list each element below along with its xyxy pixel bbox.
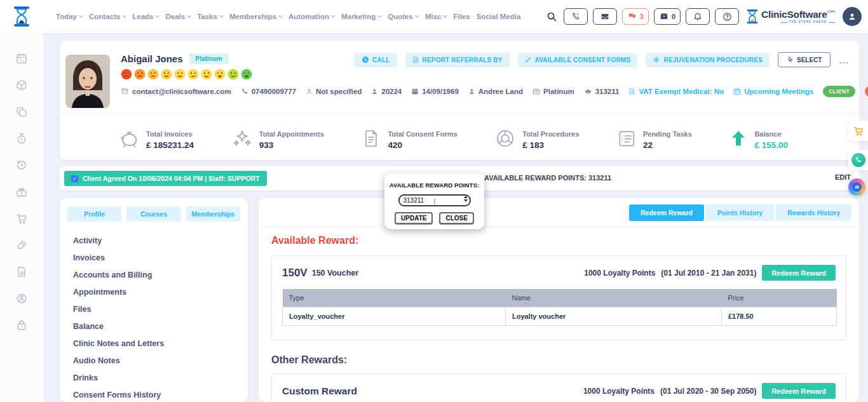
nav-leads[interactable]: Leads bbox=[132, 13, 159, 20]
hourglass-logo-icon bbox=[747, 9, 758, 24]
table-row[interactable]: Loyalty_voucher Loyalty voucher £178.50 bbox=[283, 307, 837, 325]
nav-tasks[interactable]: Tasks bbox=[197, 13, 223, 20]
menu-files[interactable]: Files bbox=[73, 300, 248, 318]
timer-icon[interactable] bbox=[15, 132, 28, 145]
redeem-reward-button[interactable]: Redeem Reward bbox=[762, 265, 836, 281]
report-chart-icon[interactable] bbox=[15, 265, 28, 278]
phone-icon bbox=[241, 88, 248, 95]
consent-forms-button[interactable]: AVAILABLE CONSENT FORMS bbox=[518, 53, 638, 67]
nav-memberships[interactable]: Memberships bbox=[229, 13, 282, 20]
chat-button[interactable]: 3 bbox=[622, 8, 649, 25]
nav-quotes[interactable]: Quotes bbox=[388, 13, 419, 20]
pos-drawer-button[interactable]: 0 bbox=[654, 8, 681, 25]
mood-5-icon[interactable] bbox=[174, 69, 186, 80]
brand-tagline: TEN STEPS AHEAD bbox=[761, 21, 835, 24]
tab-memberships[interactable]: Memberships bbox=[186, 206, 240, 222]
upcoming-meetings-link[interactable]: Upcoming Meetings bbox=[733, 88, 813, 95]
menu-drinks[interactable]: Drinks bbox=[73, 369, 248, 386]
nav-deals[interactable]: Deals bbox=[165, 13, 191, 20]
mood-9-icon[interactable] bbox=[227, 69, 239, 80]
brush-icon[interactable] bbox=[15, 239, 28, 251]
nav-automation[interactable]: Automation bbox=[288, 13, 335, 20]
mood-2-icon[interactable] bbox=[134, 69, 146, 80]
inbox-button[interactable] bbox=[593, 8, 617, 25]
nav-misc[interactable]: Misc bbox=[425, 13, 447, 20]
mood-1-icon[interactable] bbox=[121, 69, 132, 80]
mood-6-icon[interactable] bbox=[187, 69, 199, 80]
menu-audio-notes[interactable]: Audio Notes bbox=[73, 352, 248, 369]
brand-logo[interactable]: ClinicSoftwarecom TEN STEPS AHEAD bbox=[747, 9, 835, 24]
user-clock-icon[interactable] bbox=[15, 292, 28, 305]
nav-contacts[interactable]: Contacts bbox=[89, 13, 126, 20]
cart-icon bbox=[853, 125, 864, 137]
client-photo[interactable] bbox=[65, 55, 110, 108]
tab-redeem-reward[interactable]: Redeem Reward bbox=[629, 204, 704, 221]
notifications-button[interactable] bbox=[686, 8, 710, 25]
whatsapp-float-button[interactable] bbox=[848, 150, 868, 170]
report-referrals-button[interactable]: REPORT REFERRALS BY bbox=[405, 53, 510, 67]
lock-icon[interactable] bbox=[15, 319, 28, 332]
chevron-down-icon bbox=[219, 13, 224, 18]
tab-courses[interactable]: Courses bbox=[126, 206, 180, 222]
stat-pending-tasks: Pending Tasks22 bbox=[616, 128, 692, 150]
cell-name: Loyalty voucher bbox=[505, 307, 721, 325]
vat-status-link[interactable]: VAT Exempt Medical: No bbox=[628, 88, 724, 95]
chat-bubbles-icon bbox=[627, 12, 637, 21]
mood-4-icon[interactable] bbox=[161, 69, 172, 80]
sparkles-icon bbox=[231, 128, 253, 149]
label-client[interactable]: CLIENT bbox=[823, 86, 855, 97]
menu-activity[interactable]: Activity bbox=[73, 232, 248, 249]
mood-10-icon[interactable] bbox=[241, 69, 252, 80]
redeem-reward-button[interactable]: Redeem Reward bbox=[762, 383, 836, 399]
calendar-date-icon[interactable] bbox=[15, 52, 28, 65]
client-email[interactable]: contact@clinicsoftware.com bbox=[121, 88, 231, 95]
app-logo[interactable] bbox=[0, 6, 43, 27]
number-spinner[interactable] bbox=[464, 196, 468, 202]
close-button[interactable]: CLOSE bbox=[439, 212, 473, 224]
calendar-meeting-icon bbox=[733, 88, 741, 95]
nav-today[interactable]: Today bbox=[56, 13, 83, 20]
label-male[interactable]: MALE bbox=[865, 86, 868, 97]
question-mark-icon bbox=[722, 12, 732, 22]
checkbox-checked-icon[interactable]: ✓ bbox=[71, 175, 78, 182]
dialer-button[interactable] bbox=[564, 8, 588, 25]
menu-accounts-billing[interactable]: Accounts and Billing bbox=[73, 266, 248, 283]
menu-balance[interactable]: Balance bbox=[73, 318, 248, 335]
search-icon[interactable] bbox=[546, 11, 557, 22]
nav-social-media[interactable]: Social Media bbox=[477, 13, 521, 20]
tab-rewards-history[interactable]: Rewards History bbox=[776, 204, 851, 221]
nav-files[interactable]: Files bbox=[453, 13, 470, 20]
tab-points-history[interactable]: Points History bbox=[706, 204, 774, 221]
stat-total-invoices: Total Invoices£ 185231.24 bbox=[118, 128, 194, 150]
rejuvenation-button[interactable]: REJUVENATION PROCEDURES bbox=[646, 53, 770, 67]
user-avatar[interactable] bbox=[843, 7, 862, 26]
mood-8-icon[interactable] bbox=[214, 69, 226, 80]
gift-icon[interactable] bbox=[15, 185, 28, 198]
reward-points: 1000 Loyalty Points bbox=[584, 269, 655, 278]
help-button[interactable] bbox=[715, 8, 739, 25]
update-button[interactable]: UPDATE bbox=[395, 212, 433, 224]
call-button[interactable]: CALL bbox=[355, 53, 397, 67]
client-agreed-banner[interactable]: ✓ Client Agreed On 10/06/2024 04:04 PM |… bbox=[64, 171, 267, 186]
menu-clinic-notes[interactable]: Clinic Notes and Letters bbox=[73, 335, 248, 352]
person-outline-icon bbox=[306, 88, 313, 95]
tab-profile[interactable]: Profile bbox=[67, 206, 121, 222]
cell-price: £178.50 bbox=[721, 307, 836, 325]
cart-icon[interactable] bbox=[15, 212, 28, 225]
copy-layers-icon[interactable] bbox=[15, 105, 28, 118]
basket-float-button[interactable] bbox=[848, 121, 868, 141]
menu-consent-forms-history[interactable]: Consent Forms History bbox=[73, 386, 248, 402]
more-options-button[interactable]: ... bbox=[839, 55, 849, 65]
nav-marketing[interactable]: Marketing bbox=[341, 13, 381, 20]
mood-3-icon[interactable] bbox=[147, 69, 159, 80]
arrow-up-icon bbox=[729, 128, 748, 149]
history-icon[interactable] bbox=[15, 159, 28, 171]
select-button[interactable]: SELECT bbox=[778, 52, 831, 67]
edit-points-button[interactable]: EDIT bbox=[835, 173, 851, 181]
package-icon[interactable] bbox=[15, 79, 28, 91]
ai-assistant-button[interactable]: AI bbox=[848, 178, 865, 196]
client-phone[interactable]: 07490009777 bbox=[241, 88, 296, 95]
menu-invoices[interactable]: Invoices bbox=[73, 249, 248, 266]
mood-7-icon[interactable] bbox=[201, 69, 212, 80]
menu-appointments[interactable]: Appointments bbox=[73, 283, 248, 300]
